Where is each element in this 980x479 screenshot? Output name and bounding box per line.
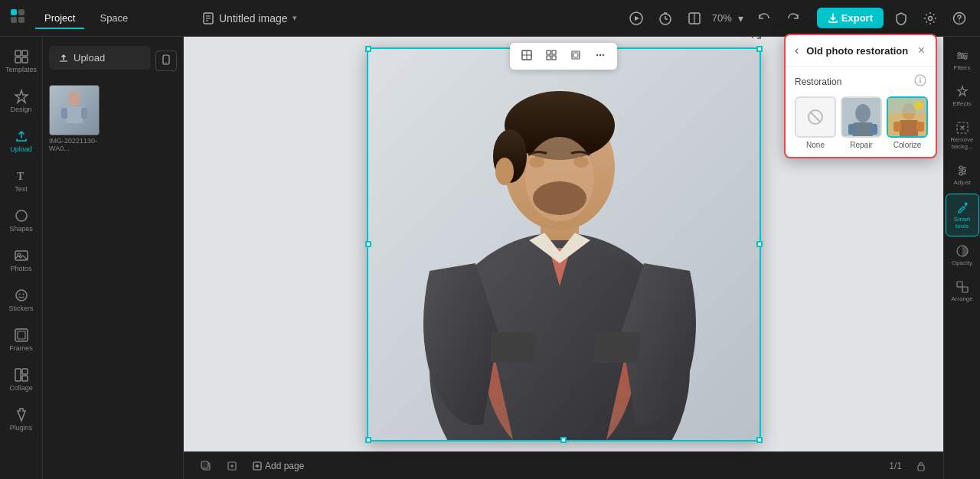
image-thumb-inner <box>50 86 99 135</box>
redo-button[interactable] <box>782 7 805 30</box>
handle-middle-left[interactable] <box>365 241 371 247</box>
canvas-toolbar-position-btn[interactable] <box>516 46 537 67</box>
canvas-toolbar-more-btn[interactable] <box>590 46 611 67</box>
opacity-label: Opacity <box>952 259 972 266</box>
svg-rect-39 <box>61 108 67 119</box>
restoration-header-left: ‹ Old photo restoration <box>795 44 908 57</box>
restoration-back-button[interactable]: ‹ <box>795 44 802 57</box>
sidebar-item-photos[interactable]: Photos <box>3 242 40 279</box>
svg-point-115 <box>959 172 962 175</box>
right-sidebar-item-smart-tools[interactable]: Smart tools <box>946 194 979 236</box>
svg-point-16 <box>929 16 933 20</box>
tab-space[interactable]: Space <box>90 8 137 28</box>
restoration-option-repair[interactable]: Repair <box>841 96 882 149</box>
play-button[interactable] <box>625 7 648 30</box>
document-title-area[interactable]: Untitled image ▾ <box>196 9 303 28</box>
restoration-thumb-repair <box>841 96 882 138</box>
svg-point-50 <box>596 54 598 56</box>
sidebar-item-templates[interactable]: Templates <box>3 43 40 80</box>
sidebar-item-collage-label: Collage <box>9 384 33 392</box>
restoration-close-button[interactable]: × <box>916 43 926 58</box>
handle-bottom-right[interactable] <box>756 437 763 443</box>
handle-bottom-middle[interactable] <box>560 437 567 443</box>
collage-icon <box>14 367 29 383</box>
page-count: 1/1 <box>889 461 902 471</box>
svg-rect-21 <box>15 57 21 63</box>
restoration-options: None <box>795 96 926 149</box>
svg-rect-47 <box>552 56 556 60</box>
right-sidebar-item-adjust[interactable]: Adjust <box>946 158 979 192</box>
canvas-toolbar-arrange-btn[interactable] <box>565 46 586 67</box>
tab-project[interactable]: Project <box>35 8 84 28</box>
svg-point-51 <box>599 54 601 56</box>
svg-rect-38 <box>66 106 83 123</box>
bottom-duplicate-btn[interactable] <box>222 458 242 474</box>
restoration-info-icon[interactable] <box>914 74 926 89</box>
filters-icon <box>956 49 969 63</box>
svg-point-99 <box>914 101 923 110</box>
restoration-section-row: Restoration <box>795 74 926 89</box>
timer-button[interactable] <box>654 7 677 30</box>
bottom-copy-btn[interactable] <box>196 458 216 474</box>
restoration-option-colorize[interactable]: Colorize <box>887 96 928 149</box>
sidebar-item-upload-label: Upload <box>10 145 32 153</box>
restoration-option-colorize-label: Colorize <box>893 141 922 149</box>
smart-tools-label: Smart tools <box>949 216 975 230</box>
help-button[interactable] <box>948 7 971 30</box>
lock-button[interactable] <box>911 458 931 474</box>
sidebar-item-stickers[interactable]: Stickers <box>3 282 40 318</box>
svg-rect-92 <box>870 124 877 135</box>
svg-rect-91 <box>848 124 856 135</box>
sidebar-item-design[interactable]: Design <box>3 83 40 119</box>
handle-top-right[interactable] <box>756 46 763 52</box>
handle-top-left[interactable] <box>365 46 371 52</box>
export-icon <box>828 13 838 24</box>
restoration-panel-title: Old photo restoration <box>806 45 908 57</box>
remove-bg-label: Remove backg... <box>949 136 976 150</box>
text-icon: T <box>14 168 29 184</box>
sidebar-item-plugins[interactable]: Plugins <box>3 401 40 438</box>
undo-button[interactable] <box>753 7 776 30</box>
sidebar-item-shapes[interactable]: Shapes <box>3 202 40 239</box>
filters-label: Filters <box>954 64 971 71</box>
svg-rect-0 <box>11 9 17 15</box>
sidebar-item-frames[interactable]: Frames <box>3 321 40 358</box>
add-page-button[interactable]: Add page <box>248 458 309 474</box>
right-sidebar-item-remove-bg[interactable]: Remove backg... <box>946 115 979 156</box>
shield-button[interactable] <box>890 7 913 30</box>
upload-icon <box>14 129 29 144</box>
handle-middle-right[interactable] <box>756 241 763 247</box>
main-layout: Templates Design Upload T Text Shapes Ph… <box>0 37 980 479</box>
sidebar-item-upload[interactable]: Upload <box>3 122 40 159</box>
document-icon <box>202 12 214 24</box>
stickers-icon <box>14 288 29 303</box>
rotate-handle[interactable] <box>750 37 763 44</box>
sidebar-item-collage[interactable]: Collage <box>3 361 40 398</box>
svg-rect-82 <box>918 465 924 471</box>
adjust-icon <box>956 164 969 178</box>
right-sidebar-item-opacity[interactable]: Opacity <box>946 238 979 272</box>
zoom-dropdown-btn[interactable]: ▾ <box>735 11 746 26</box>
export-button[interactable]: Export <box>817 8 884 28</box>
image-filename: IMG-20221130-WA0... <box>49 137 103 152</box>
right-sidebar-item-arrange[interactable]: Arrange <box>946 274 979 308</box>
svg-rect-19 <box>15 51 21 56</box>
restoration-option-none[interactable]: None <box>795 96 836 149</box>
mobile-view-button[interactable] <box>155 51 177 71</box>
svg-rect-45 <box>552 51 556 54</box>
svg-rect-118 <box>957 282 962 287</box>
layout-button[interactable] <box>683 7 706 30</box>
svg-point-27 <box>16 290 27 301</box>
upload-button[interactable]: Upload <box>49 46 151 70</box>
zoom-control: 70% ▾ <box>712 11 746 26</box>
settings-button[interactable] <box>919 7 942 30</box>
sidebar-icons: Templates Design Upload T Text Shapes Ph… <box>0 37 43 479</box>
canvas-page[interactable] <box>367 47 761 442</box>
canvas-toolbar-grid-btn[interactable] <box>541 46 562 67</box>
handle-bottom-left[interactable] <box>365 437 371 443</box>
right-sidebar-item-effects[interactable]: Effects <box>946 79 979 113</box>
none-icon <box>806 108 825 126</box>
right-sidebar-item-filters[interactable]: Filters <box>946 43 979 77</box>
sidebar-item-text[interactable]: T Text <box>3 162 40 199</box>
image-item[interactable]: Added IMG-20221 <box>49 85 103 152</box>
